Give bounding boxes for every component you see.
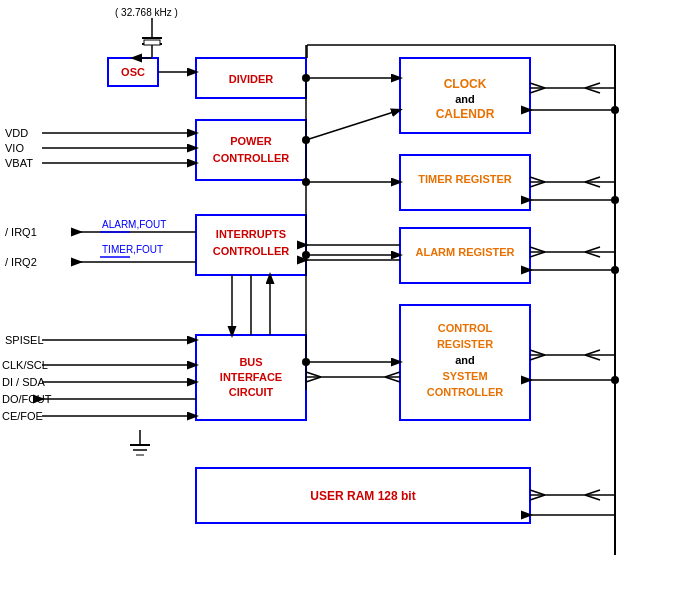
block-diagram: OSC DIVIDER POWER CONTROLLER INTERRUPTS … bbox=[0, 0, 674, 594]
ctrl-label-1: CONTROL bbox=[438, 322, 493, 334]
di-label: DI / SDA bbox=[2, 376, 45, 388]
vbat-label: VBAT bbox=[5, 157, 33, 169]
int-label-1: INTERRUPTS bbox=[216, 228, 286, 240]
freq-label: ( 32.768 kHz ) bbox=[115, 7, 178, 18]
timer-fout-label: TIMER,FOUT bbox=[102, 244, 163, 255]
ctrl-label-5: CONTROLLER bbox=[427, 386, 503, 398]
svg-point-36 bbox=[302, 358, 310, 366]
vdd-label: VDD bbox=[5, 127, 28, 139]
ctrl-label-3: and bbox=[455, 354, 475, 366]
svg-line-29 bbox=[306, 110, 400, 140]
svg-point-34 bbox=[302, 251, 310, 259]
ctrl-label-4: SYSTEM bbox=[442, 370, 487, 382]
int-label-2: CONTROLLER bbox=[213, 245, 289, 257]
clock-label-3: CALENDR bbox=[436, 107, 495, 121]
svg-point-30 bbox=[302, 136, 310, 144]
bus-label-1: BUS bbox=[239, 356, 262, 368]
ram-label: USER RAM 128 bit bbox=[310, 489, 415, 503]
do-label: DO/FOUT bbox=[2, 393, 52, 405]
svg-point-32 bbox=[302, 178, 310, 186]
diagram-svg: OSC DIVIDER POWER CONTROLLER INTERRUPTS … bbox=[0, 0, 674, 594]
power-label-1: POWER bbox=[230, 135, 272, 147]
irq2-label: / IRQ2 bbox=[5, 256, 37, 268]
divider-label: DIVIDER bbox=[229, 73, 274, 85]
svg-rect-9 bbox=[196, 120, 306, 180]
bus-label-2: INTERFACE bbox=[220, 371, 282, 383]
svg-rect-4 bbox=[144, 40, 160, 45]
alarm-label: ALARM REGISTER bbox=[416, 246, 515, 258]
ce-label: CE/FOE bbox=[2, 410, 43, 422]
alarm-fout-label: ALARM,FOUT bbox=[102, 219, 166, 230]
ctrl-label-2: REGISTER bbox=[437, 338, 493, 350]
clock-label-2: and bbox=[455, 93, 475, 105]
clock-label-1: CLOCK bbox=[444, 77, 487, 91]
spisel-label: SPISEL bbox=[5, 334, 44, 346]
vio-label: VIO bbox=[5, 142, 24, 154]
clk-label: CLK/SCL bbox=[2, 359, 48, 371]
power-label-2: CONTROLLER bbox=[213, 152, 289, 164]
irq1-label: / IRQ1 bbox=[5, 226, 37, 238]
osc-label: OSC bbox=[121, 66, 145, 78]
bus-label-3: CIRCUIT bbox=[229, 386, 274, 398]
timer-label: TIMER REGISTER bbox=[418, 173, 512, 185]
